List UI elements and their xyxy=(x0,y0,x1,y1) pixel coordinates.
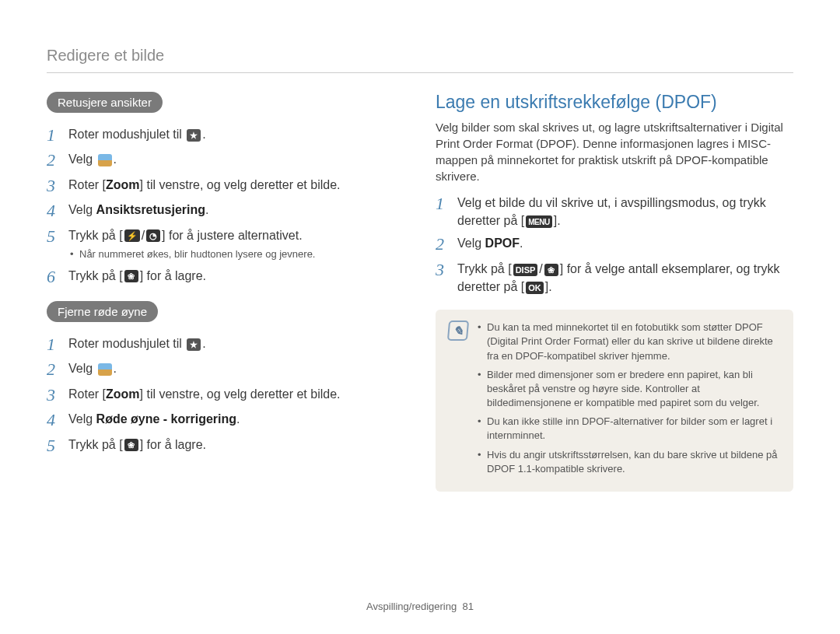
pill-remove-red-eye: Fjerne røde øyne xyxy=(47,301,158,322)
intro-paragraph: Velg bilder som skal skrives ut, og lagr… xyxy=(436,119,793,184)
step-item: 2Velg . xyxy=(47,150,404,170)
step-number: 3 xyxy=(47,385,61,405)
photo-icon xyxy=(98,363,112,376)
step-item: 3Roter [Zoom] til venstre, og velg deret… xyxy=(47,385,404,405)
step-number: 2 xyxy=(47,150,61,170)
step-number: 1 xyxy=(47,125,61,145)
steps-dpof: 1Velg et bilde du vil skrive ut, i avspi… xyxy=(436,194,793,296)
step-number: 4 xyxy=(47,410,61,430)
step-body: Trykk på [DISP/❀] for å velge antall eks… xyxy=(457,260,793,296)
step-subnote: Når nummeret økes, blir hudtonen lysere … xyxy=(68,247,404,262)
step-number: 2 xyxy=(47,359,61,380)
step-item: 2Velg . xyxy=(47,359,404,380)
step-number: 5 xyxy=(47,226,61,247)
flash-icon: ⚡ xyxy=(124,229,140,242)
step-body: Velg DPOF. xyxy=(457,234,793,252)
OK-icon: OK xyxy=(526,282,544,294)
note-item: Hvis du angir utskriftsstørrelsen, kan d… xyxy=(478,448,781,476)
note-box: ✎ Du kan ta med minnekortet til en fotob… xyxy=(436,310,793,492)
pill-retouch-faces: Retusjere ansikter xyxy=(47,92,163,113)
step-item: 1Roter modushjulet til ★. xyxy=(47,125,404,145)
step-item: 4Velg Røde øyne - korrigering. xyxy=(47,410,404,430)
flower-icon: ❀ xyxy=(544,264,558,276)
page-footer: Avspilling/redigering 81 xyxy=(0,601,840,612)
step-body: Trykk på [⚡/◔] for å justere alternative… xyxy=(68,226,404,262)
step-item: 2Velg DPOF. xyxy=(436,234,793,254)
step-body: Roter [Zoom] til venstre, og velg derett… xyxy=(68,385,404,403)
step-item: 4Velg Ansiktsretusjering. xyxy=(47,201,404,221)
step-item: 3Roter [Zoom] til venstre, og velg deret… xyxy=(47,176,404,196)
step-item: 6Trykk på [❀] for å lagre. xyxy=(47,267,404,287)
step-body: Roter [Zoom] til venstre, og velg derett… xyxy=(68,176,404,194)
step-number: 4 xyxy=(47,201,61,221)
step-item: 3Trykk på [DISP/❀] for å velge antall ek… xyxy=(436,260,793,296)
note-list: Du kan ta med minnekortet til en fotobut… xyxy=(478,321,781,481)
footer-page-number: 81 xyxy=(462,601,473,612)
note-item: Du kan ta med minnekortet til en fotobut… xyxy=(478,321,781,363)
photo-icon xyxy=(98,154,112,166)
steps-retouch-faces: 1Roter modushjulet til ★.2Velg .3Roter [… xyxy=(47,125,404,287)
step-number: 1 xyxy=(47,335,61,355)
timer-icon: ◔ xyxy=(146,229,160,242)
star-icon: ★ xyxy=(187,129,201,142)
step-number: 3 xyxy=(47,176,61,196)
step-item: 1Roter modushjulet til ★. xyxy=(47,335,404,355)
steps-remove-red-eye: 1Roter modushjulet til ★.2Velg .3Roter [… xyxy=(47,335,404,456)
footer-section: Avspilling/redigering xyxy=(366,601,457,612)
step-item: 1Velg et bilde du vil skrive ut, i avspi… xyxy=(436,194,793,229)
step-body: Velg Ansiktsretusjering. xyxy=(68,201,404,219)
DISP-icon: DISP xyxy=(513,264,538,276)
note-icon: ✎ xyxy=(447,321,469,341)
MENU-icon: MENU xyxy=(526,215,551,228)
left-column: Retusjere ansikter 1Roter modushjulet ti… xyxy=(47,92,404,492)
step-body: Velg Røde øyne - korrigering. xyxy=(68,410,404,428)
step-number: 3 xyxy=(436,260,450,280)
step-body: Velg et bilde du vil skrive ut, i avspil… xyxy=(457,194,793,229)
breadcrumb: Redigere et bilde xyxy=(47,47,793,73)
step-body: Roter modushjulet til ★. xyxy=(68,335,404,352)
step-number: 6 xyxy=(47,267,61,287)
note-item: Du kan ikke stille inn DPOF-alternativer… xyxy=(478,415,781,443)
note-item: Bilder med dimensjoner som er bredere en… xyxy=(478,368,781,411)
step-body: Trykk på [❀] for å lagre. xyxy=(68,267,404,285)
right-column: Lage en utskriftsrekkefølge (DPOF) Velg … xyxy=(436,92,793,492)
step-body: Velg . xyxy=(68,359,404,377)
flower-icon: ❀ xyxy=(124,439,138,451)
step-number: 1 xyxy=(436,194,450,214)
step-number: 5 xyxy=(47,436,61,456)
flower-icon: ❀ xyxy=(124,270,138,282)
step-body: Velg . xyxy=(68,150,404,168)
step-number: 2 xyxy=(436,234,450,254)
step-item: 5Trykk på [⚡/◔] for å justere alternativ… xyxy=(47,226,404,262)
star-icon: ★ xyxy=(187,338,201,351)
step-item: 5Trykk på [❀] for å lagre. xyxy=(47,436,404,456)
section-heading-dpof: Lage en utskriftsrekkefølge (DPOF) xyxy=(436,92,793,113)
step-body: Trykk på [❀] for å lagre. xyxy=(68,436,404,454)
step-body: Roter modushjulet til ★. xyxy=(68,125,404,143)
